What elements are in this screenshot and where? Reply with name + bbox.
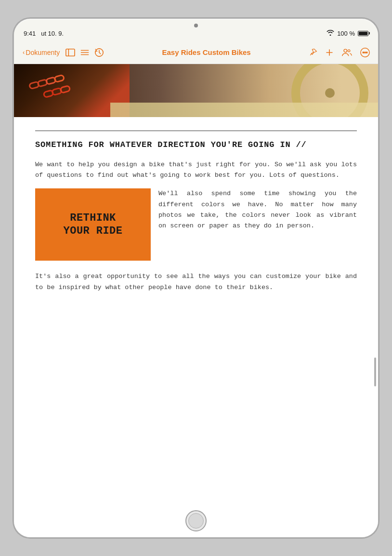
toolbar-left: ‹ Dokumenty [20,46,106,59]
time-display: 9:41 [24,30,36,37]
float-section: RETHINK YOUR RIDE We'll also spend some … [35,188,357,265]
scrollbar-thumb[interactable] [374,357,376,386]
toolbar-center: Easy Rides Custom Bikes [162,48,250,56]
sidebar-icon [65,48,75,57]
collab-icon [341,47,352,58]
plus-icon [325,48,334,57]
list-view-button[interactable] [78,46,91,59]
battery-percent: 100 % [337,30,355,37]
scrollbar-track [374,160,376,489]
intro-paragraph: We want to help you design a bike that's… [35,159,357,181]
more-icon [360,47,370,58]
sidebar-toggle-button[interactable] [64,46,77,59]
pin-icon [309,48,317,57]
svg-point-14 [366,52,367,53]
toolbar-right [307,45,372,60]
cta-box: RETHINK YOUR RIDE [35,188,151,261]
document-title: Easy Rides Custom Bikes [162,48,250,56]
svg-point-13 [365,52,366,53]
doc-page: SOMETHING FOR WHATEVER DIRECTION YOU'RE … [14,117,378,454]
battery-icon [358,31,368,36]
doc-heading: SOMETHING FOR WHATEVER DIRECTION YOU'RE … [35,140,357,151]
svg-rect-0 [66,49,75,56]
svg-point-10 [348,50,350,52]
body-paragraph-2: It's also a great opportunity to see all… [35,271,357,293]
svg-point-12 [363,52,364,53]
svg-point-9 [344,49,347,52]
toolbar: ‹ Dokumenty [14,41,378,64]
more-button[interactable] [358,45,372,60]
collab-button[interactable] [340,45,354,60]
home-button-inner [188,513,204,529]
home-button[interactable] [185,510,207,531]
cta-line1: RETHINK [70,212,116,225]
doc-divider [35,131,357,131]
add-button[interactable] [323,46,336,59]
status-bar: 9:41 ut 10. 9. 100 % [14,26,378,41]
wifi-icon [327,30,334,37]
status-right: 100 % [327,30,368,37]
date-display: ut 10. 9. [41,30,64,37]
content-area: SOMETHING FOR WHATEVER DIRECTION YOU'RE … [14,64,378,537]
cta-line2: YOUR RIDE [64,225,123,238]
front-camera [194,24,198,27]
history-icon [94,48,104,57]
history-button[interactable] [92,46,106,59]
device-frame: 9:41 ut 10. 9. 100 % ‹ Dokumenty [13,18,379,538]
status-time: 9:41 ut 10. 9. [24,30,64,37]
road-surface [110,103,378,117]
back-button[interactable]: ‹ Dokumenty [20,47,63,58]
list-icon [80,48,90,57]
hero-image [14,64,378,117]
pin-button[interactable] [307,46,319,59]
back-label: Dokumenty [26,49,60,56]
